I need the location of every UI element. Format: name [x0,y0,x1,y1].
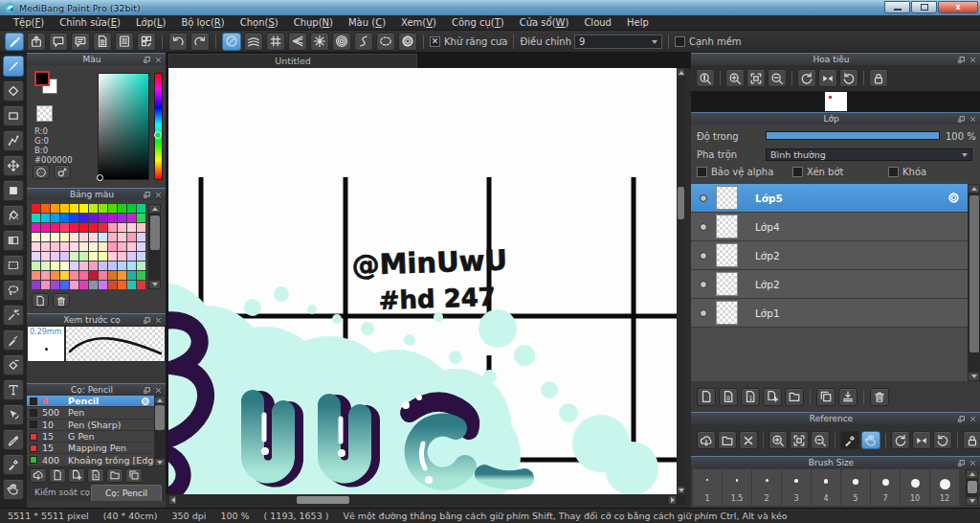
brush-item[interactable]: 400Khoảng trống [Edge [27,454,154,466]
palette-swatch[interactable] [108,262,117,270]
palette-swatch[interactable] [137,281,145,289]
doc-1-button[interactable]: 1 [741,388,760,406]
palette-swatch[interactable] [41,242,50,251]
palette-swatch[interactable] [118,223,126,232]
palette-swatch[interactable] [108,214,117,222]
palette-swatch[interactable] [99,242,107,251]
palette-swatch[interactable] [32,223,40,232]
palette-swatch[interactable] [32,252,40,261]
palette-swatch[interactable] [108,271,117,280]
palette-swatch[interactable] [51,233,59,241]
pen-button[interactable] [5,33,24,51]
layer-visibility-toggle[interactable] [700,252,707,260]
rotate-cw-button[interactable] [839,69,858,87]
layer-row[interactable]: Lớp1 [691,299,968,328]
menu-item-0[interactable]: Tệp(F) [6,15,52,31]
palette-swatch[interactable] [32,262,40,270]
palette-swatch[interactable] [137,271,145,280]
new-doc-button[interactable] [49,468,66,483]
lasso-button[interactable] [3,280,24,301]
palette-swatch[interactable] [127,252,136,261]
palette-swatch[interactable] [127,242,136,251]
palette-swatch[interactable] [99,233,107,241]
snap-grid-button[interactable] [266,33,285,51]
menu-item-8[interactable]: Công cụ(T) [444,15,512,31]
brush-list-scrollbar[interactable] [154,396,166,466]
palette-swatch[interactable] [137,204,145,213]
rotate-reset-button[interactable] [912,431,931,449]
maximize-button[interactable] [911,1,937,13]
palette-swatch[interactable] [89,281,98,289]
palette-swatch[interactable] [70,262,78,270]
popout-icon[interactable] [957,415,966,423]
document-tab[interactable]: Untitled [168,54,417,68]
layer-checkbox-1[interactable]: Xén bớt [792,167,888,177]
palette-swatch[interactable] [60,204,69,213]
palette-swatch[interactable] [118,242,126,251]
close-icon[interactable] [154,56,163,64]
palette-swatch[interactable] [51,271,59,280]
palette-swatch[interactable] [89,271,98,280]
palette-swatch[interactable] [89,252,98,261]
palette-swatch[interactable] [51,252,59,261]
brush-size-cell[interactable]: 7 [871,469,901,506]
palette-swatch[interactable] [89,223,98,232]
palette-swatch[interactable] [41,223,50,232]
brush-size-cell[interactable]: 1.5 [723,469,752,506]
palette-swatch[interactable] [41,252,50,261]
palette-swatch[interactable] [70,204,78,213]
palette-swatch[interactable] [51,204,59,213]
palette-swatch[interactable] [79,233,88,241]
canvas-vertical-scrollbar[interactable] [677,68,685,494]
popout-icon[interactable] [143,316,151,325]
palette-swatch[interactable] [118,271,126,280]
brush-size-cell[interactable]: 10 [901,469,930,506]
select-pen-button[interactable] [3,330,24,351]
zoom-in-button[interactable] [768,431,788,449]
palette-swatch[interactable] [32,271,40,280]
eyedropper-button[interactable] [3,454,24,475]
trash-button[interactable] [870,388,889,406]
palette-swatch[interactable] [89,233,98,241]
layer-checkbox-0[interactable]: Bảo vệ alpha [697,167,792,177]
menu-item-2[interactable]: Lớp(L) [128,15,173,31]
palette-swatch[interactable] [137,214,145,222]
lock-button[interactable] [869,69,888,87]
doc-s-button[interactable]: S [87,468,104,483]
comment-button[interactable] [49,33,68,51]
snap-curve-button[interactable] [354,33,373,51]
new-doc-button[interactable] [32,293,49,307]
palette-swatch[interactable] [60,271,69,280]
menu-item-7[interactable]: Xem(V) [393,15,444,31]
palette-swatch[interactable] [41,281,50,289]
palette-swatch[interactable] [41,262,50,270]
brush-item[interactable]: 15Mapping Pen [27,443,154,454]
transparent-color-swatch[interactable] [36,105,53,122]
palette-swatch[interactable] [41,214,50,222]
palette-swatch[interactable] [108,242,117,251]
hand-button[interactable] [3,479,24,500]
canvas-horizontal-scrollbar[interactable] [168,495,677,505]
palette-swatch[interactable] [118,214,126,222]
popout-icon[interactable] [143,386,151,395]
palette-swatch[interactable] [99,262,107,270]
brush-item[interactable]: 10Pen (Sharp) [27,420,154,431]
close-icon[interactable] [154,191,163,199]
gear-button[interactable] [398,33,417,51]
palette-swatch[interactable] [79,214,88,222]
brush-item[interactable]: 4Pencil [27,396,154,407]
document-button[interactable] [93,33,112,51]
rotate-ccw-button[interactable] [891,431,910,449]
polyline-button[interactable] [3,130,24,151]
popout-icon[interactable] [957,459,966,467]
fill-square-button[interactable] [3,180,24,201]
opacity-slider[interactable] [766,131,940,140]
hand-button[interactable] [861,431,880,449]
popout-icon[interactable] [143,191,151,199]
doc-8-button[interactable]: 8 [719,388,738,406]
eraser-button[interactable] [3,80,24,102]
palette-swatch[interactable] [108,204,117,213]
palette-swatch[interactable] [89,204,98,213]
transform-button[interactable] [3,404,24,425]
brush-size-cell[interactable]: 12 [930,469,960,506]
